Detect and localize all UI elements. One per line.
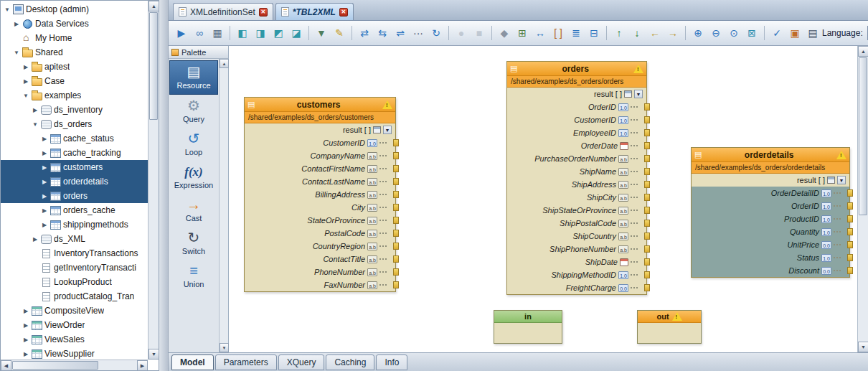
tree-expander-icon[interactable]: ▶ [41, 222, 48, 228]
merge-icon[interactable]: ⊞ [514, 24, 531, 42]
scroll-up-icon[interactable]: ▲ [148, 1, 159, 11]
pin-icon[interactable]: ◆ [496, 24, 513, 42]
nav-forward-icon[interactable]: → [664, 24, 681, 42]
field-row-unitprice[interactable]: UnitPrice0.0 [692, 238, 849, 251]
tree-expander-icon[interactable]: ▼ [13, 50, 20, 56]
result-row[interactable]: result [ ]▼ [245, 123, 395, 136]
close-icon[interactable]: ✕ [339, 8, 348, 17]
resource-box-header[interactable]: ▤orders [507, 62, 646, 76]
view-tab-xquery[interactable]: XQuery [278, 354, 325, 370]
tree-expander-icon[interactable]: ▶ [41, 136, 48, 142]
tree-expander-icon[interactable]: ▶ [41, 179, 48, 185]
tree-item-compositeview[interactable]: ▶CompositeView [1, 304, 148, 318]
scroll-up-icon[interactable]: ▲ [220, 59, 229, 68]
prev-comment-icon[interactable]: ◩ [270, 24, 287, 42]
connector-nub[interactable] [644, 168, 650, 175]
tree-item-data-services[interactable]: ▶Data Services [1, 17, 148, 31]
tree-item-lookupproduct[interactable]: LookupProduct [1, 275, 148, 289]
connector-nub[interactable] [393, 204, 399, 211]
field-row-stateorprovince[interactable]: StateOrProvincea.b [245, 214, 395, 227]
field-row-employeeid[interactable]: EmployeeID1.0 [507, 126, 646, 139]
connector-nub[interactable] [644, 142, 650, 149]
move-up-icon[interactable]: ↑ [610, 24, 628, 42]
scroll-left-icon[interactable]: ◀ [1, 360, 11, 371]
add-comment-icon[interactable]: ◨ [252, 24, 269, 42]
connector-nub[interactable] [644, 220, 650, 227]
field-row-shipstateorprovince[interactable]: ShipStateOrProvincea.b [507, 204, 646, 217]
tree-item-orders[interactable]: ▶orders [1, 189, 148, 203]
tree-expander-icon[interactable]: ▶ [41, 150, 48, 156]
palette-scrollbar[interactable]: ▲ ▼ [219, 59, 228, 352]
field-row-quantity[interactable]: Quantity1.0 [692, 225, 849, 238]
tree-item-shippingmethods[interactable]: ▶shippingmethods [1, 217, 148, 232]
result-row[interactable]: result [ ]▼ [507, 88, 646, 100]
tree-expander-icon[interactable]: ▶ [13, 21, 20, 27]
tree-expander-icon[interactable]: ▶ [41, 164, 48, 171]
field-row-productid[interactable]: ProductID1.0 [692, 212, 849, 225]
connector-nub[interactable] [644, 284, 650, 291]
field-row-status[interactable]: Status1.0 [692, 251, 849, 264]
close-icon[interactable]: ✕ [259, 8, 268, 17]
field-row-orderdetailid[interactable]: OrderDetailID1.0 [692, 187, 849, 199]
connector-nub[interactable] [393, 243, 399, 250]
field-row-customerid[interactable]: CustomerID1.0 [245, 136, 395, 149]
connector-nub[interactable] [847, 202, 853, 210]
dropdown-arrow-icon[interactable]: ▼ [837, 176, 846, 184]
view-tab-caching[interactable]: Caching [326, 354, 374, 370]
field-row-freightcharge[interactable]: FreightCharge0.0 [507, 281, 646, 294]
tree-item-my-home[interactable]: My Home [1, 31, 148, 45]
connector-nub[interactable] [393, 281, 399, 288]
resource-box-orderdetails[interactable]: ▤orderdetails/shared/examples/ds_orders/… [691, 147, 850, 278]
connector-nub[interactable] [644, 181, 650, 188]
connector-nub[interactable] [393, 139, 399, 146]
port-box-out[interactable]: out [637, 310, 702, 344]
field-row-shipaddress[interactable]: ShipAddressa.b [507, 178, 646, 191]
tree-item-orders-cache[interactable]: ▶orders_cache [1, 203, 148, 217]
field-row-shipdate[interactable]: ShipDate [507, 255, 646, 268]
field-row-orderdate[interactable]: OrderDate [507, 139, 646, 152]
field-row-customerid[interactable]: CustomerID1.0 [507, 113, 646, 126]
resource-box-header[interactable]: ▤customers [245, 98, 395, 112]
field-row-shipcountry[interactable]: ShipCountrya.b [507, 230, 646, 243]
connector-nub[interactable] [393, 230, 399, 237]
resource-box-orders[interactable]: ▤orders/shared/examples/ds_orders/orders… [506, 61, 647, 295]
palette-item-expression[interactable]: f(x)Expression [169, 161, 218, 194]
connector-nub[interactable] [847, 228, 853, 235]
result-row[interactable]: result [ ]▼ [692, 174, 849, 187]
tree-item-cache-tracking[interactable]: ▶cache_tracking [1, 146, 148, 160]
tree-item-desktop-admin[interactable]: ▼Desktop (admin) [1, 2, 148, 17]
view-tab-parameters[interactable]: Parameters [215, 354, 277, 370]
palette-item-union[interactable]: ≡Union [169, 260, 218, 293]
field-row-discount[interactable]: Discount0.0 [692, 264, 849, 277]
palette-item-cast[interactable]: →Cast [169, 194, 218, 227]
tree-expander-icon[interactable]: ▶ [22, 322, 29, 329]
field-row-billingaddress[interactable]: BillingAddressa.b [245, 188, 395, 201]
table-view-icon[interactable]: ⊟ [585, 24, 603, 42]
map-elements-icon[interactable]: ⇄ [356, 24, 373, 42]
connector-nub[interactable] [847, 215, 853, 222]
tree-item-viewsales[interactable]: ▶ViewSales [1, 332, 148, 347]
tree-item-ds-orders[interactable]: ▼ds_orders [1, 117, 148, 131]
list-view-icon[interactable]: ≣ [567, 24, 585, 42]
connector-nub[interactable] [644, 129, 650, 136]
scrollbar-thumb[interactable] [149, 12, 158, 120]
tree-item-case[interactable]: ▶Case [1, 74, 148, 88]
field-row-shippostalcode[interactable]: ShipPostalCodea.b [507, 217, 646, 230]
mapping-canvas[interactable]: ▲ ▼ ▤customers/shared/examples/ds_orders… [229, 46, 868, 352]
field-row-shipphonenumber[interactable]: ShipPhoneNumbera.b [507, 243, 646, 255]
execute-icon[interactable]: ▶ [173, 24, 190, 42]
resize-icon[interactable]: ↔ [532, 24, 549, 42]
connector-nub[interactable] [393, 217, 399, 224]
dropdown-arrow-icon[interactable]: ▼ [634, 90, 643, 98]
scroll-down-icon[interactable]: ▼ [220, 343, 229, 352]
tree-item-examples[interactable]: ▼examples [1, 88, 148, 103]
tree-item-vieworder[interactable]: ▶ViewOrder [1, 318, 148, 332]
connector-nub[interactable] [644, 207, 650, 214]
field-row-faxnumber[interactable]: FaxNumbera.b [245, 278, 395, 291]
view-tab-model[interactable]: Model [171, 354, 214, 370]
field-row-countryregion[interactable]: CountryRegiona.b [245, 240, 395, 253]
zoom-reset-icon[interactable]: ⊙ [725, 24, 742, 42]
dropdown-arrow-icon[interactable]: ▼ [383, 126, 392, 134]
port-header[interactable]: out [638, 311, 701, 323]
tree-item-orderdetails[interactable]: ▶orderdetails [1, 174, 148, 189]
